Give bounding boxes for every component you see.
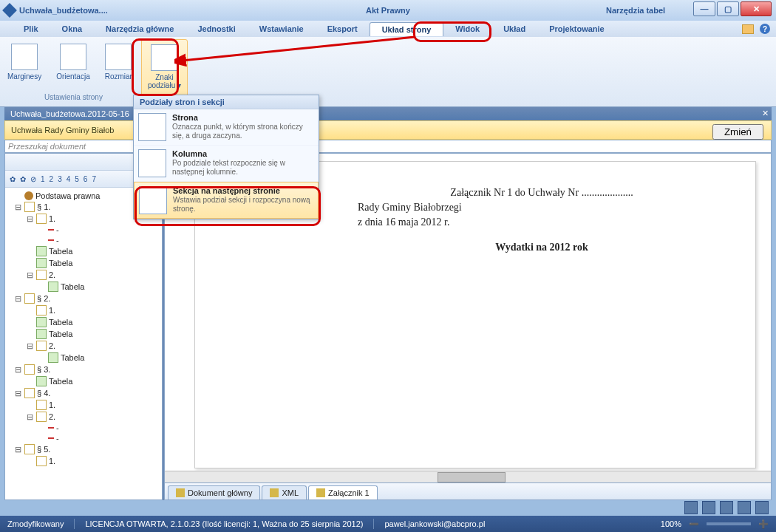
title-tools: Narzędzia tabel — [606, 6, 665, 15]
bottom-icon[interactable] — [702, 501, 715, 514]
tree-level-5[interactable]: 5 — [75, 175, 79, 183]
tool-icon[interactable]: ✿ — [20, 175, 26, 183]
zoom-in-icon[interactable]: ➕ — [758, 519, 769, 529]
tree-label: Tabela — [49, 330, 72, 338]
tree-node[interactable]: Tabela — [7, 245, 160, 257]
menu-okna[interactable]: Okna — [50, 22, 95, 35]
bottom-icon[interactable] — [755, 501, 769, 514]
doc-tab-załącznik-1[interactable]: Załącznik 1 — [308, 485, 378, 499]
tree-node[interactable]: Tabela — [7, 375, 160, 387]
tree-twisty-icon[interactable]: ⊟ — [14, 389, 22, 398]
search-placeholder: Przeszukaj dokument — [8, 142, 86, 151]
document-subtitle-bar: Uchwała Rady Gminy Białob Zmień — [4, 120, 772, 140]
menu-jednostki[interactable]: Jednostki — [186, 22, 247, 35]
tree-level-4[interactable]: 4 — [67, 175, 71, 183]
tree[interactable]: Podstawa prawna⊟§ 1.⊟1.--TabelaTabela⊟2.… — [5, 188, 162, 499]
tree-node[interactable]: Tabela — [7, 281, 160, 293]
tree-node[interactable]: Tabela — [7, 316, 160, 328]
tree-twisty-icon[interactable]: ⊟ — [26, 270, 34, 280]
minimize-button[interactable]: — — [693, 1, 715, 16]
menu-projektowanie[interactable]: Projektowanie — [537, 22, 616, 35]
dropdown-item-icon — [139, 186, 167, 214]
tree-para-icon — [24, 202, 35, 212]
tree-node[interactable]: Tabela — [7, 352, 160, 364]
bottom-icon[interactable] — [684, 501, 698, 514]
doc-tab-dokument-główny[interactable]: Dokument główny — [168, 485, 260, 499]
tree-node[interactable]: Tabela — [7, 257, 160, 269]
menu-widok[interactable]: Widok — [443, 22, 491, 35]
tree-node[interactable]: ⊟§ 5. — [7, 443, 160, 455]
ribbon: MarginesyOrientacjaRozmiarZnaki podziału… — [0, 37, 776, 107]
tree-twisty-icon[interactable]: ⊟ — [26, 214, 34, 224]
tree-node[interactable]: ⊟§ 4. — [7, 387, 160, 399]
tree-label: 2. — [49, 270, 55, 279]
tree-tbl-icon — [48, 282, 58, 292]
dropdown-item-strona[interactable]: StronaOznacza punkt, w którym strona koń… — [134, 109, 319, 146]
dropdown-item-icon — [138, 149, 166, 177]
document-close-icon[interactable]: ✕ — [762, 109, 769, 118]
menu-eksport[interactable]: Eksport — [316, 22, 370, 35]
tree-twisty-icon[interactable]: ⊟ — [14, 365, 22, 375]
tab-icon — [270, 488, 279, 497]
tree-level-6[interactable]: 6 — [84, 175, 88, 183]
ribbon-icon — [151, 44, 177, 71]
dropdown-item-icon — [138, 113, 166, 141]
dropdown-item-sekcja-na-następnej-stronie[interactable]: Sekcja na następnej stronieWstawia podzi… — [134, 182, 319, 219]
search-input[interactable]: Przeszukaj dokument — [4, 140, 772, 153]
tree-level-2[interactable]: 2 — [50, 175, 54, 183]
tree-twisty-icon[interactable]: ⊟ — [26, 412, 34, 422]
tree-node[interactable]: - — [7, 225, 160, 235]
tree-node[interactable]: - — [7, 433, 160, 443]
tree-node[interactable]: ⊟§ 3. — [7, 364, 160, 375]
ribbon-rozmiar[interactable]: Rozmiar — [99, 39, 138, 104]
tree-label: § 2. — [37, 294, 50, 303]
tree-label: Tabela — [49, 318, 72, 327]
tree-twisty-icon[interactable]: ⊟ — [14, 294, 22, 304]
tree-node[interactable]: 1. — [7, 455, 160, 467]
menu-wstawianie[interactable]: Wstawianie — [248, 22, 316, 35]
bottom-icon[interactable] — [720, 501, 733, 514]
tree-dash-icon — [48, 229, 54, 231]
tree-twisty-icon[interactable]: ⊟ — [26, 341, 34, 351]
tree-twisty-icon[interactable]: ⊟ — [14, 445, 22, 454]
ribbon-icon — [11, 44, 38, 70]
tree-node[interactable]: 1. — [7, 399, 160, 411]
tree-node[interactable]: - — [7, 235, 160, 245]
folder-icon[interactable] — [742, 24, 754, 34]
horizontal-scrollbar[interactable] — [165, 471, 771, 483]
menu-plik[interactable]: Plik — [12, 22, 50, 35]
maximize-button[interactable]: ▢ — [717, 1, 739, 16]
tree-node[interactable]: ⊟2. — [7, 269, 160, 281]
ribbon-marginesy[interactable]: Marginesy — [1, 39, 47, 104]
tree-para-icon — [36, 456, 47, 466]
title-doc: Uchwała_budżetowa.... — [19, 6, 108, 15]
doc-tab-xml[interactable]: XML — [262, 485, 307, 499]
menu-układ-strony[interactable]: Układ strony — [370, 22, 444, 36]
menu-narzędzia-główne[interactable]: Narzędzia główne — [94, 22, 186, 35]
ribbon-icon — [105, 44, 132, 70]
zoom-out-icon[interactable]: ➖ — [689, 519, 699, 529]
page-heading: Wydatki na 2012 rok — [358, 242, 726, 253]
tree-node[interactable]: ⊟§ 2. — [7, 293, 160, 304]
tool-icon[interactable]: ⊘ — [30, 175, 36, 183]
bottom-icon[interactable] — [738, 501, 751, 514]
zoom-slider[interactable] — [707, 522, 751, 525]
tree-node[interactable]: Tabela — [7, 328, 160, 340]
tree-node[interactable]: ⊟2. — [7, 411, 160, 423]
close-button[interactable]: ✕ — [741, 1, 772, 16]
tree-twisty-icon[interactable]: ⊟ — [14, 202, 22, 212]
menu-układ[interactable]: Układ — [491, 22, 537, 35]
tree-label: 1. — [49, 214, 55, 223]
dropdown-item-kolumna[interactable]: KolumnaPo podziale tekst rozpocznie się … — [134, 146, 319, 182]
help-icon[interactable]: ? — [760, 24, 770, 34]
titlebar: Uchwała_budżetowa.... Akt Prawny Narzędz… — [0, 0, 776, 21]
tree-level-1[interactable]: 1 — [41, 175, 45, 183]
change-button[interactable]: Zmień — [712, 124, 763, 140]
tree-level-7[interactable]: 7 — [92, 175, 96, 183]
tree-node[interactable]: 1. — [7, 304, 160, 316]
tool-icon[interactable]: ✿ — [10, 175, 16, 183]
tree-label: § 3. — [37, 365, 50, 374]
tree-node[interactable]: ⊟2. — [7, 340, 160, 352]
tree-node[interactable]: - — [7, 423, 160, 433]
tree-level-3[interactable]: 3 — [58, 175, 62, 183]
